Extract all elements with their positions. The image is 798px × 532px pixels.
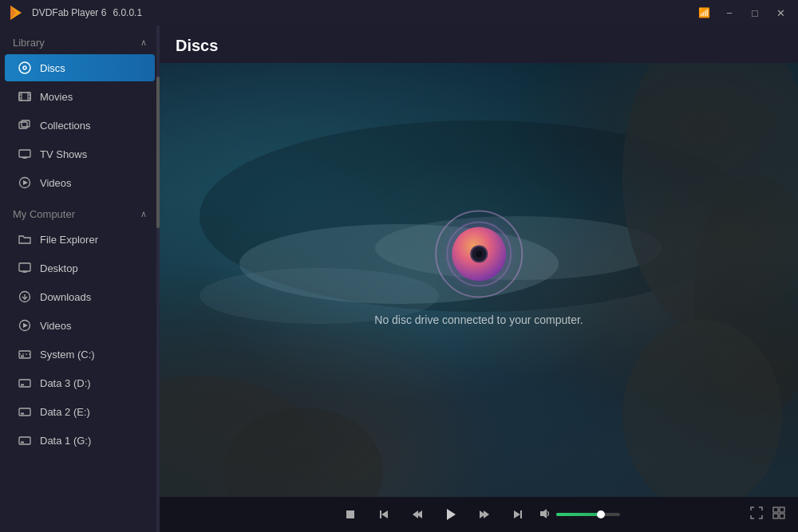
svg-rect-55	[780, 507, 784, 512]
disc-middle-ring	[446, 221, 512, 286]
drive-d-icon	[18, 376, 32, 390]
drive-g-icon	[18, 433, 32, 447]
sidebar-item-videos-comp[interactable]: Videos	[5, 312, 155, 339]
wifi-icon: 📶	[693, 4, 715, 22]
content-header: Discs	[160, 26, 798, 63]
volume-fill	[556, 513, 601, 516]
sidebar-item-data2-e[interactable]: Data 2 (E:)	[5, 398, 155, 425]
titlebar-left: DVDFab Player 6 6.0.0.1	[6, 3, 142, 22]
my-computer-label: My Computer	[13, 208, 75, 220]
svg-marker-48	[447, 509, 456, 520]
app-version: 6.0.0.1	[113, 7, 142, 18]
sidebar-item-collections[interactable]: Collections	[5, 112, 155, 139]
titlebar-controls: 📶 − □ ✕	[693, 4, 792, 22]
svg-rect-54	[773, 507, 778, 512]
svg-rect-30	[19, 408, 30, 416]
svg-rect-28	[19, 380, 30, 387]
svg-rect-6	[28, 93, 30, 100]
desktop-icon	[18, 261, 32, 275]
sidebar-item-collections-label: Collections	[40, 120, 91, 132]
fast-forward-button[interactable]	[472, 502, 497, 527]
sidebar-item-desktop[interactable]: Desktop	[5, 254, 155, 282]
sidebar-item-downloads[interactable]: Downloads	[5, 283, 155, 310]
skip-end-button[interactable]	[505, 502, 531, 527]
svg-marker-17	[23, 180, 28, 185]
svg-rect-25	[19, 351, 30, 358]
close-button[interactable]: ✕	[769, 4, 792, 22]
svg-rect-12	[22, 120, 30, 127]
svg-marker-24	[23, 323, 28, 328]
svg-rect-29	[21, 384, 24, 386]
svg-marker-44	[381, 510, 388, 518]
sidebar-item-movies[interactable]: Movies	[5, 83, 155, 110]
volume-control	[539, 507, 620, 522]
svg-marker-53	[540, 509, 547, 518]
layout-buttons	[747, 505, 788, 524]
sidebar-item-data3-d-label: Data 3 (D:)	[40, 377, 91, 389]
volume-icon	[539, 507, 551, 522]
svg-rect-32	[19, 437, 30, 444]
svg-rect-45	[380, 510, 381, 518]
svg-marker-51	[514, 510, 520, 518]
svg-point-3	[23, 66, 26, 69]
sidebar-item-file-explorer-label: File Explorer	[40, 234, 98, 246]
sidebar-item-data1-g[interactable]: Data 1 (G:)	[5, 427, 155, 454]
play-button[interactable]	[438, 502, 464, 527]
sidebar-item-tvshows[interactable]: TV Shows	[5, 140, 155, 167]
sidebar-item-discs-label: Discs	[40, 62, 65, 74]
controls-bar	[160, 497, 798, 532]
sidebar-item-tvshows-label: TV Shows	[40, 148, 87, 160]
svg-rect-31	[21, 413, 24, 415]
sidebar-item-videos-lib-label: Videos	[40, 177, 72, 189]
svg-rect-11	[19, 122, 27, 128]
svg-rect-33	[21, 442, 24, 443]
sidebar-item-data1-g-label: Data 1 (G:)	[40, 435, 91, 447]
content-area: Discs	[160, 26, 798, 532]
tv-icon	[18, 147, 32, 161]
svg-rect-18	[19, 263, 30, 271]
sidebar-item-desktop-label: Desktop	[40, 262, 78, 274]
sidebar-item-system-c[interactable]: System (C:)	[5, 341, 155, 368]
svg-rect-4	[19, 93, 30, 100]
library-chevron-icon: ∧	[140, 37, 147, 48]
svg-rect-13	[19, 150, 30, 157]
sidebar-item-videos-lib[interactable]: Videos	[5, 169, 155, 196]
disc-visual	[435, 210, 523, 298]
drive-c-icon	[18, 347, 32, 361]
fullscreen-button[interactable]	[747, 505, 766, 524]
collections-icon	[18, 118, 32, 132]
rewind-button[interactable]	[405, 502, 430, 527]
folder-icon	[18, 232, 32, 246]
sidebar-item-file-explorer[interactable]: File Explorer	[5, 226, 155, 253]
svg-rect-5	[19, 93, 22, 100]
minimize-button[interactable]: −	[718, 4, 741, 22]
sidebar-item-system-c-label: System (C:)	[40, 349, 95, 361]
svg-rect-27	[21, 356, 24, 357]
sidebar: Library ∧ Discs	[0, 26, 160, 532]
sidebar-item-data3-d[interactable]: Data 3 (D:)	[5, 369, 155, 396]
disc-container: No disc drive connected to your computer…	[374, 210, 583, 326]
sidebar-item-downloads-label: Downloads	[40, 291, 91, 303]
skip-start-button[interactable]	[371, 502, 397, 527]
library-section-header: Library ∧	[0, 26, 160, 53]
svg-rect-43	[346, 510, 354, 518]
library-label: Library	[13, 37, 45, 49]
svg-marker-50	[484, 510, 489, 518]
page-title: Discs	[176, 37, 218, 54]
titlebar: DVDFab Player 6 6.0.0.1 📶 − □ ✕	[0, 0, 798, 26]
svg-point-2	[19, 62, 30, 73]
my-computer-section-header: My Computer ∧	[0, 197, 160, 225]
sidebar-item-videos-comp-label: Videos	[40, 320, 72, 332]
svg-rect-57	[780, 514, 784, 518]
volume-slider[interactable]	[556, 513, 620, 516]
grid-view-button[interactable]	[769, 505, 788, 524]
maximize-button[interactable]: □	[744, 4, 766, 22]
videos-lib-icon	[18, 175, 32, 190]
movies-icon	[18, 89, 32, 104]
app-logo	[6, 3, 26, 22]
sidebar-item-movies-label: Movies	[40, 91, 73, 103]
main-layout: Library ∧ Discs	[0, 26, 798, 532]
sidebar-item-discs[interactable]: Discs	[5, 54, 155, 81]
stop-button[interactable]	[338, 502, 363, 527]
volume-thumb[interactable]	[597, 510, 605, 518]
